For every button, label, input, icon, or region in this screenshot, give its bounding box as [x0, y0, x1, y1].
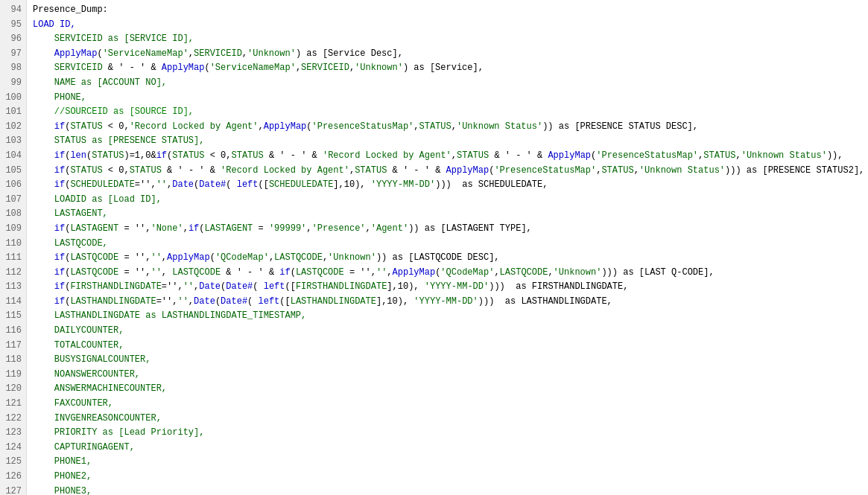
field-name: INVGENREASONCOUNTER,: [54, 413, 162, 424]
code-line: SERVICEID as [SERVICE ID],: [33, 32, 862, 47]
code-line: INVGENREASONCOUNTER,: [33, 412, 862, 427]
code-line: PHONE,: [33, 91, 862, 106]
field-name: FIRSTHANDLINGDATE: [296, 281, 387, 292]
code-text: ))) as [PRESENCE STATUS2],: [725, 165, 864, 176]
line-number: 118: [4, 353, 22, 368]
line-number: 102: [4, 120, 22, 135]
code-line: PHONE1,: [33, 455, 862, 470]
field-name: LASTHANDLINGDATE: [70, 296, 156, 307]
line-number: 101: [4, 105, 22, 120]
line-number: 122: [4, 412, 22, 427]
code-line: LOAD ID,: [33, 18, 862, 33]
code-text: ,: [387, 267, 392, 278]
code-line: if(LASTHANDLINGDATE='','',Date(Date#( le…: [33, 295, 862, 310]
field-name: LASTAGENT: [70, 223, 118, 234]
code-text: = '',: [344, 267, 376, 278]
field-name: PHONE,: [54, 92, 86, 103]
code-text: )) as [LASTAGENT TYPE],: [408, 223, 532, 234]
keyword: Date: [194, 296, 215, 307]
code-line: if(STATUS < 0,'Record Locked by Agent',A…: [33, 120, 862, 135]
field-name: SCHEDULEDATE: [269, 179, 333, 190]
code-text: [33, 413, 54, 424]
code-text: ='',: [156, 296, 178, 307]
line-number: 124: [4, 441, 22, 456]
field-name: STATUS: [70, 121, 102, 132]
code-text: ],10),: [333, 179, 370, 190]
field-name: 'Unknown Status': [639, 165, 725, 176]
field-name: PHONE3,: [54, 486, 92, 495]
field-name: 'ServiceNameMap': [210, 63, 296, 73]
code-text: & ' - ' &: [221, 267, 279, 278]
keyword: len: [70, 150, 86, 161]
comment: //SOURCEID as [SOURCE ID],: [54, 106, 194, 117]
code-text: (: [204, 63, 209, 73]
code-text: [33, 208, 54, 219]
code-text: [33, 106, 54, 117]
line-number: 121: [4, 397, 22, 412]
field-name: LASTHANDLINGDATE as LASTHANDLINGDATE_TIM…: [54, 310, 306, 321]
code-text: ,: [349, 63, 355, 73]
code-line: ANSWERMACHINECOUNTER,: [33, 382, 862, 397]
field-name: STATUS: [130, 165, 162, 176]
line-number: 95: [4, 18, 22, 33]
function: ApplyMap: [446, 165, 490, 176]
line-number: 127: [4, 485, 22, 495]
code-text: )) as [LASTQCODE DESC],: [376, 252, 500, 263]
code-text: [33, 296, 54, 307]
line-number: 125: [4, 455, 22, 470]
keyword: if: [54, 121, 65, 132]
code-text: ))) as LASTHANDLINGDATE,: [478, 296, 612, 307]
keyword: LOAD ID,: [33, 19, 76, 30]
code-content[interactable]: Presence_Dump:LOAD ID, SERVICEID as [SER…: [27, 0, 868, 495]
function: ApplyMap: [264, 121, 307, 132]
code-text: < 0,: [103, 165, 130, 176]
code-text: [33, 194, 54, 205]
code-text: ))) as [LAST Q-CODE],: [601, 267, 714, 278]
code-text: & ' - ' &: [162, 165, 221, 176]
field-name: ANSWERMACHINECOUNTER,: [54, 383, 167, 394]
keyword: left: [259, 296, 280, 307]
line-number: 104: [4, 149, 22, 164]
code-line: if(STATUS < 0,STATUS & ' - ' & 'Record L…: [33, 164, 862, 179]
field-name: LASTQCODE: [70, 267, 118, 278]
line-number: 109: [4, 222, 22, 237]
field-name: 'YYYY-MM-DD': [371, 179, 435, 190]
line-number: 99: [4, 76, 22, 91]
code-text: < 0,: [103, 121, 130, 132]
code-text: & ' - ' &: [489, 150, 548, 161]
keyword: Date#: [226, 281, 253, 292]
field-name: '': [156, 179, 167, 190]
line-number: 123: [4, 426, 22, 441]
field-name: STATUS as [PRESENCE STATUS],: [54, 135, 205, 146]
code-text: [33, 486, 54, 495]
field-name: LASTQCODE: [70, 252, 118, 263]
code-line: LASTHANDLINGDATE as LASTHANDLINGDATE_TIM…: [33, 309, 862, 324]
code-line: LASTQCODE,: [33, 237, 862, 252]
keyword: if: [279, 267, 290, 278]
code-text: [33, 33, 54, 44]
line-number: 110: [4, 237, 22, 252]
code-text: & ' - ' &: [264, 150, 323, 161]
code-line: if(LASTQCODE = '','',ApplyMap('QCodeMap'…: [33, 251, 862, 266]
code-line: BUSYSIGNALCOUNTER,: [33, 353, 862, 368]
field-name: LASTAGENT: [204, 223, 253, 234]
code-editor: 9495969798991001011021031041051061071081…: [0, 0, 868, 495]
line-number: 107: [4, 193, 22, 208]
field-name: 'PresenceStatusMap': [312, 121, 414, 132]
code-text: [33, 150, 54, 161]
code-text: [33, 383, 54, 394]
code-text: ,: [162, 267, 172, 278]
keyword: if: [54, 223, 65, 234]
field-name: 'Presence': [312, 223, 366, 234]
field-name: 'Unknown': [328, 252, 376, 263]
line-number: 106: [4, 178, 22, 193]
keyword: Date#: [221, 296, 247, 307]
code-text: ,: [269, 252, 274, 263]
code-text: [33, 267, 54, 278]
code-line: SERVICEID & ' - ' & ApplyMap('ServiceNam…: [33, 61, 862, 76]
code-text: ,: [494, 267, 499, 278]
code-text: ,: [162, 252, 167, 263]
code-text: [33, 354, 54, 365]
field-name: PRIORITY as [Lead Priority],: [54, 427, 205, 438]
code-text: )=1,0&: [124, 150, 156, 161]
